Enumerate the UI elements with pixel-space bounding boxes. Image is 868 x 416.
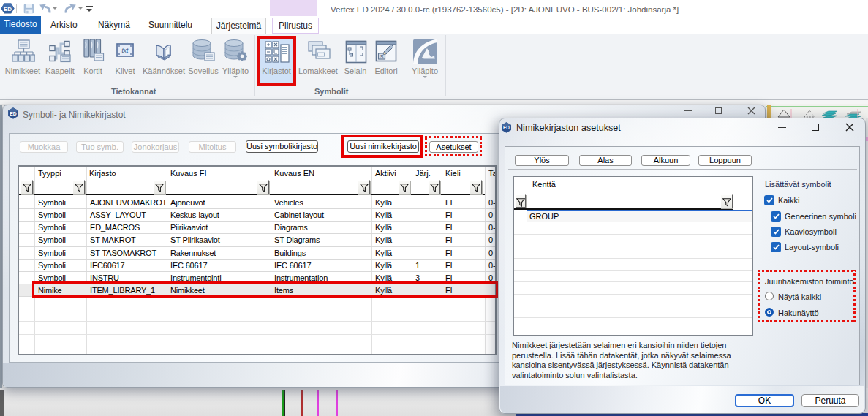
svg-text:txt: txt: [122, 47, 129, 54]
svg-text:ED: ED: [503, 125, 510, 130]
svg-text:ED: ED: [4, 6, 12, 12]
svg-text:ED: ED: [10, 111, 17, 116]
